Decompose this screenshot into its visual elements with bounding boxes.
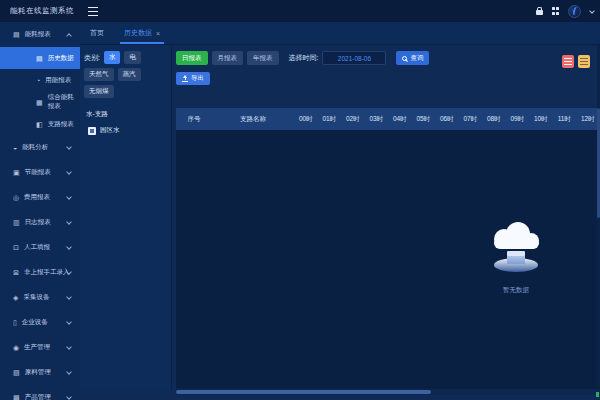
column-header-label: 06时 xyxy=(440,115,454,124)
sidebar-item[interactable]: ▯ 企业设备 xyxy=(0,310,80,335)
filter-panel: 类别: 水 电 天然气 蒸汽 无烟煤 水-支路 园区水 xyxy=(80,45,172,390)
sidebar-item[interactable]: ◈ 采集设备 xyxy=(0,285,80,310)
table-column-header[interactable]: 12时 xyxy=(576,108,600,130)
column-header-label: 10时 xyxy=(534,115,548,124)
sidebar-item[interactable]: ▤ 能耗报表 xyxy=(0,22,80,47)
tree-item[interactable]: 园区水 xyxy=(88,126,167,135)
sidebar-item-label: 节能报表 xyxy=(25,168,51,177)
sidebar-item[interactable]: ◒ 能耗分析 xyxy=(0,135,80,160)
sidebar-item-label: 日志报表 xyxy=(25,218,51,227)
sidebar-item-icon: ▩ xyxy=(13,394,20,400)
column-header-label: 02时 xyxy=(346,115,360,124)
horizontal-scrollbar[interactable] xyxy=(176,389,600,395)
sidebar-item-caret-icon xyxy=(66,244,72,250)
export-button[interactable]: 导出 xyxy=(176,72,210,85)
table-column-header[interactable]: 11时 xyxy=(553,108,577,130)
sidebar-item[interactable]: ▨ 原料管理 xyxy=(0,360,80,385)
sidebar-item[interactable]: ◎ 费用报表 xyxy=(0,185,80,210)
sidebar-item-label: 人工填报 xyxy=(24,243,50,252)
category-button[interactable]: 蒸汽 xyxy=(118,68,141,81)
table-mini-actions xyxy=(562,55,590,68)
orange-action-button[interactable] xyxy=(578,55,590,68)
table-column-header[interactable]: 00时 xyxy=(294,108,318,130)
time-select-label: 选择时间: xyxy=(289,53,319,63)
tree-node-icon xyxy=(88,127,96,135)
red-action-button[interactable] xyxy=(562,55,574,68)
table-column-header[interactable]: 06时 xyxy=(435,108,459,130)
sidebar-nav: ▤ 能耗报表 ▤ 历史数据 ◔ 用能报表 ▦ 综合能耗报表 ◧ 支路报表 ◒ 能… xyxy=(0,22,80,400)
sidebar-item-label: 非上报手工录入 xyxy=(24,268,70,277)
report-type-button[interactable]: 日报表 xyxy=(176,51,208,65)
report-type-label: 日报表 xyxy=(182,54,202,63)
table-column-header[interactable]: 09时 xyxy=(506,108,530,130)
horizontal-scrollbar-thumb[interactable] xyxy=(176,390,431,394)
hamburger-menu-icon[interactable] xyxy=(88,4,99,17)
sidebar-item-icon: ▦ xyxy=(36,99,43,106)
table-column-header[interactable]: 03时 xyxy=(365,108,389,130)
sidebar-item[interactable]: ▦ 综合能耗报表 xyxy=(0,91,80,113)
user-menu-chevron-down-icon[interactable] xyxy=(589,8,595,14)
sidebar-item[interactable]: ◔ 用能报表 xyxy=(0,69,80,91)
sidebar-item-label: 综合能耗报表 xyxy=(48,93,80,111)
report-type-label: 年报表 xyxy=(253,54,273,63)
sidebar-item-icon: ◧ xyxy=(36,121,43,128)
sidebar-item-icon: ▣ xyxy=(13,169,20,176)
tree-item-label: 园区水 xyxy=(100,126,120,135)
lock-icon[interactable] xyxy=(536,10,543,15)
sidebar-item[interactable]: ▥ 日志报表 xyxy=(0,210,80,235)
sidebar-item[interactable]: ▩ 产品管理 xyxy=(0,385,80,400)
table-column-header[interactable]: 07时 xyxy=(459,108,483,130)
sidebar-item[interactable]: ⊠ 非上报手工录入 xyxy=(0,260,80,285)
sidebar-item-icon: ◈ xyxy=(13,294,18,301)
sidebar-item-caret-icon xyxy=(66,219,72,225)
sidebar-item-caret-icon xyxy=(66,344,72,350)
date-input[interactable] xyxy=(322,51,386,65)
column-header-label: 09时 xyxy=(510,115,524,124)
sidebar-item-icon: ⊠ xyxy=(13,269,19,276)
sidebar-item-icon: ◔ xyxy=(36,77,40,84)
sidebar-item[interactable]: ▤ 历史数据 xyxy=(0,47,80,69)
table-column-header[interactable]: 01时 xyxy=(318,108,342,130)
sidebar-item[interactable]: ⊡ 人工填报 xyxy=(0,235,80,260)
column-header-label: 12时 xyxy=(581,115,595,124)
table-column-header[interactable]: 序号 xyxy=(176,108,212,130)
export-upload-icon xyxy=(182,75,188,82)
apps-grid-icon[interactable] xyxy=(552,7,560,15)
table-column-header[interactable]: 05时 xyxy=(412,108,436,130)
table-column-header[interactable]: 支路名称 xyxy=(212,108,294,130)
tab-close-icon[interactable]: × xyxy=(156,30,160,37)
main-content: 日报表 月报表 年报表 选择时间: 查询 导出 序号 xyxy=(172,45,600,400)
table-column-header[interactable]: 02时 xyxy=(341,108,365,130)
table-column-header[interactable]: 04时 xyxy=(388,108,412,130)
category-button-label: 无烟煤 xyxy=(89,87,109,96)
user-avatar[interactable] xyxy=(568,5,581,18)
category-button[interactable]: 电 xyxy=(124,51,141,64)
sidebar-item-label: 支路报表 xyxy=(48,120,74,129)
sidebar-item-caret-icon xyxy=(66,269,72,275)
sidebar-item-icon: ▨ xyxy=(13,369,20,376)
category-button[interactable]: 天然气 xyxy=(84,68,114,81)
sidebar-item-icon: ▥ xyxy=(13,219,20,226)
column-header-label: 07时 xyxy=(463,115,477,124)
sidebar-item[interactable]: ◧ 支路报表 xyxy=(0,113,80,135)
column-header-label: 01时 xyxy=(322,115,336,124)
sidebar-item-icon: ▯ xyxy=(13,319,17,326)
tab[interactable]: 历史数据 × xyxy=(114,22,170,44)
report-type-button[interactable]: 月报表 xyxy=(212,51,244,65)
table-header-row: 序号 支路名称 00时 01时 02时 03时 04时 05时 06时 xyxy=(176,108,600,130)
search-button[interactable]: 查询 xyxy=(396,51,429,65)
table-column-header[interactable]: 08时 xyxy=(482,108,506,130)
sidebar-item[interactable]: ▣ 节能报表 xyxy=(0,160,80,185)
sidebar-item-label: 能耗报表 xyxy=(25,30,51,39)
category-button[interactable]: 水 xyxy=(104,51,121,64)
sidebar-item-label: 历史数据 xyxy=(48,54,74,63)
category-button[interactable]: 无烟煤 xyxy=(84,85,114,98)
sidebar-item[interactable]: ◉ 生产管理 xyxy=(0,335,80,360)
table-column-header[interactable]: 10时 xyxy=(529,108,553,130)
report-type-button[interactable]: 年报表 xyxy=(247,51,279,65)
tab[interactable]: 首页 xyxy=(80,22,114,44)
sidebar-item-caret-icon xyxy=(66,33,72,39)
app-title: 能耗在线监测系统 xyxy=(10,6,74,16)
sidebar-item-icon: ▤ xyxy=(13,31,20,38)
top-header: 能耗在线监测系统 xyxy=(0,0,600,22)
